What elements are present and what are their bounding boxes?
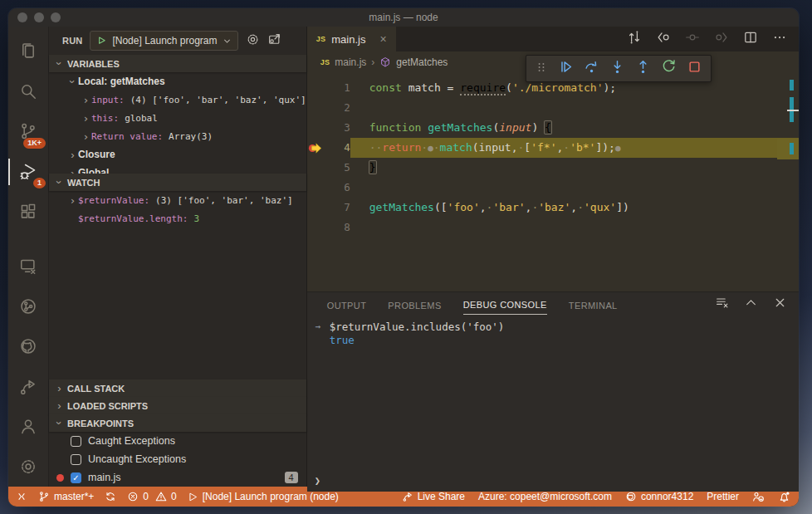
launch-config-dropdown[interactable]: [Node] Launch program <box>90 31 237 51</box>
step-over-button[interactable] <box>584 59 599 78</box>
scope-row[interactable]: ›Global <box>49 164 306 174</box>
remote-indicator[interactable] <box>16 491 27 502</box>
breakpoint-gutter[interactable] <box>307 78 325 98</box>
live-share-status[interactable]: Live Share <box>402 491 465 502</box>
breakpoint-gutter[interactable] <box>307 98 325 118</box>
scope-row[interactable]: ›Closure <box>49 145 306 164</box>
sidebar-item-settings[interactable] <box>8 447 48 487</box>
problems-status[interactable]: 0 0 <box>127 491 176 502</box>
close-tab-icon[interactable]: × <box>379 32 386 46</box>
section-header-variables[interactable]: › VARIABLES <box>49 55 306 72</box>
maximize-panel-button[interactable] <box>744 296 758 313</box>
step-out-button[interactable] <box>635 59 651 78</box>
sidebar-item-source-control[interactable]: 1K+ <box>8 111 48 151</box>
tab-output[interactable]: OUTPUT <box>327 295 367 315</box>
code-line[interactable]: 2 <box>307 98 799 118</box>
azure-account-status[interactable]: Azure: copeet@microsoft.com <box>478 491 612 502</box>
tab-debug-console[interactable]: DEBUG CONSOLE <box>463 294 547 315</box>
tab-main-js[interactable]: JS main.js × <box>307 27 396 51</box>
open-debug-console-button[interactable] <box>267 32 281 50</box>
code-line-current[interactable]: 4··return·●·match(input,·['f*',·'b*']);● <box>307 138 799 158</box>
sidebar-item-remote-explorer[interactable] <box>8 247 48 286</box>
tab-terminal[interactable]: TERMINAL <box>569 295 618 315</box>
sidebar-item-github[interactable] <box>8 326 48 366</box>
git-branch-status[interactable]: master*+ <box>38 491 94 502</box>
breakpoint-checkbox[interactable] <box>71 454 81 465</box>
open-changes-button[interactable] <box>627 30 642 48</box>
breakpoint-row[interactable]: Uncaught Exceptions <box>49 450 306 468</box>
chevron-right-icon[interactable]: › <box>81 113 91 124</box>
variable-row[interactable]: ›$returnValue:(3) ['foo', 'bar', 'baz'] <box>49 191 306 209</box>
sidebar-item-run-and-debug[interactable]: 1 <box>8 152 48 192</box>
sidebar-item-search[interactable] <box>8 71 48 111</box>
more-actions-button[interactable] <box>772 30 787 48</box>
code-line-content[interactable]: ··return·●·match(input,·['f*',·'b*']);● <box>350 138 799 158</box>
launch-status[interactable]: [Node] Launch program (node) <box>188 491 339 502</box>
navigate-back-button[interactable] <box>656 30 671 48</box>
code-line-content[interactable]: function getMatches(input) { <box>350 118 799 138</box>
step-into-button[interactable] <box>609 59 625 78</box>
breadcrumb-symbol[interactable]: getMatches <box>396 56 448 68</box>
start-debugging-icon[interactable] <box>96 36 107 47</box>
section-header-loaded-scripts[interactable]: › LOADED SCRIPTS <box>49 397 306 414</box>
chevron-right-icon[interactable]: › <box>67 195 78 206</box>
github-account-status[interactable]: connor4312 <box>625 491 693 502</box>
code-editor[interactable]: 1const match = require('./micromatch');2… <box>307 73 799 291</box>
navigate-forward-button[interactable] <box>714 30 729 48</box>
variable-row[interactable]: ›input:(4) ['foo', 'bar', 'baz', 'qux'] <box>49 91 306 109</box>
breakpoint-gutter[interactable] <box>307 158 325 178</box>
minimize-window-button[interactable] <box>34 12 44 22</box>
clear-console-button[interactable] <box>715 296 729 313</box>
prettier-status[interactable]: Prettier <box>707 491 739 502</box>
sync-changes-button[interactable] <box>105 491 116 502</box>
code-line[interactable]: 3function getMatches(input) { <box>307 118 799 138</box>
restart-button[interactable] <box>661 59 677 78</box>
code-line-content[interactable] <box>350 218 799 237</box>
split-editor-button[interactable] <box>743 30 758 48</box>
breakpoint-gutter[interactable] <box>307 118 325 138</box>
code-line-content[interactable]: } <box>350 158 799 178</box>
toolbar-drag-handle[interactable] <box>535 61 548 77</box>
sidebar-item-azure[interactable] <box>8 286 48 326</box>
notifications-button[interactable] <box>778 491 790 503</box>
title-bar[interactable]: main.js — node <box>8 8 799 27</box>
section-header-breakpoints[interactable]: › BREAKPOINTS <box>49 414 306 432</box>
scope-row[interactable]: ›Local: getMatches <box>49 72 306 91</box>
chevron-right-icon[interactable]: › <box>67 168 78 174</box>
breadcrumb-file[interactable]: main.js <box>335 56 366 68</box>
chevron-right-icon[interactable]: › <box>67 149 78 160</box>
zoom-window-button[interactable] <box>51 12 61 22</box>
close-window-button[interactable] <box>17 12 27 22</box>
feedback-button[interactable] <box>752 491 765 503</box>
code-line[interactable]: 5} <box>307 158 799 178</box>
debug-reverse-button[interactable] <box>685 30 700 48</box>
breakpoint-row[interactable]: ✓main.js4 <box>49 468 306 487</box>
tab-problems[interactable]: PROBLEMS <box>388 295 441 315</box>
breakpoint-row[interactable]: Caught Exceptions <box>49 432 306 450</box>
breakpoint-gutter[interactable] <box>307 198 325 218</box>
breakpoint-checkbox[interactable]: ✓ <box>71 472 81 483</box>
debug-console-input[interactable]: ❯ <box>307 472 320 489</box>
sidebar-item-live-share[interactable] <box>8 367 48 407</box>
code-line-content[interactable]: getMatches(['foo',·'bar',·'baz',·'qux']) <box>350 198 799 218</box>
breakpoint-checkbox[interactable] <box>71 436 81 447</box>
code-line-content[interactable] <box>350 98 799 118</box>
sidebar-item-extensions[interactable] <box>8 192 48 232</box>
chevron-right-icon[interactable]: › <box>81 131 91 142</box>
continue-button[interactable] <box>558 59 574 78</box>
variable-row[interactable]: ›this:global <box>49 109 306 127</box>
code-line[interactable]: 7getMatches(['foo',·'bar',·'baz',·'qux']… <box>307 198 799 218</box>
section-header-watch[interactable]: › WATCH <box>49 174 306 191</box>
code-line-content[interactable] <box>350 178 799 198</box>
variable-row[interactable]: $returnValue.length:3 <box>49 209 306 228</box>
breakpoint-gutter[interactable] <box>307 218 325 237</box>
variable-row[interactable]: ›Return value:Array(3) <box>49 127 306 145</box>
stop-button[interactable] <box>687 59 702 78</box>
code-line[interactable]: 6 <box>307 178 799 198</box>
current-statement-breakpoint-icon[interactable] <box>307 138 325 158</box>
chevron-right-icon[interactable]: › <box>81 95 91 105</box>
sidebar-item-explorer[interactable] <box>8 32 48 71</box>
section-header-call-stack[interactable]: › CALL STACK <box>49 379 306 397</box>
breakpoint-gutter[interactable] <box>307 178 325 198</box>
code-line[interactable]: 8 <box>307 218 799 237</box>
